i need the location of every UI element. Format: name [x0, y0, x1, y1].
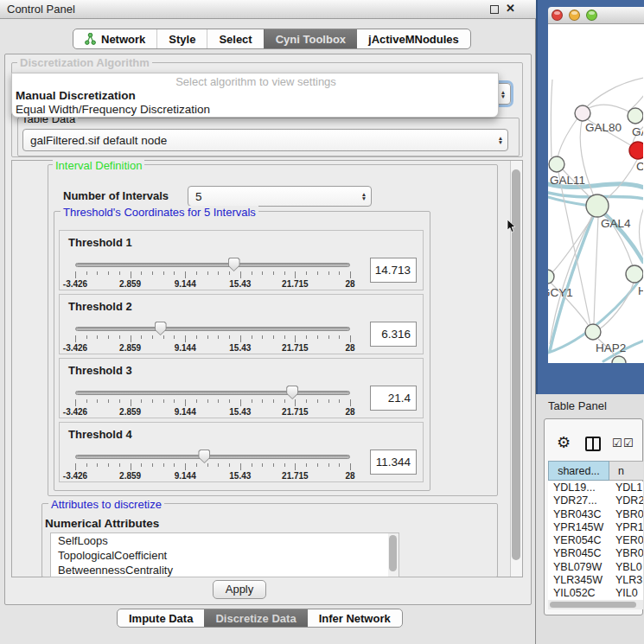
cell-shared-name[interactable]: YBR045C [548, 547, 609, 560]
threshold-slider-ticks [75, 335, 350, 343]
tab-label: jActiveMNodules [368, 33, 459, 46]
tab-label: Cyni Toolbox [276, 33, 346, 46]
threshold-slider-thumb[interactable] [228, 258, 240, 271]
algorithm-dropdown-popup: Select algorithm to view settings Manual… [11, 73, 499, 118]
top-tab-bar: Network Style Select Cyni Toolbox jActiv… [73, 29, 471, 49]
network-node[interactable] [585, 324, 601, 340]
cell-name[interactable]: YBR0 [609, 508, 643, 521]
cell-shared-name[interactable]: YLR345W [548, 574, 609, 587]
network-node[interactable] [629, 142, 644, 159]
table-row[interactable]: YBR043CYBR0 [548, 508, 643, 521]
threshold-slider-thumb[interactable] [198, 450, 210, 463]
network-node[interactable] [612, 356, 626, 370]
list-item[interactable]: TopologicalCoefficient [51, 548, 399, 563]
node-label: GA [632, 125, 644, 138]
cell-shared-name[interactable]: YER054C [548, 534, 609, 547]
threshold-value-field[interactable]: 11.344 [370, 450, 417, 475]
numerical-attributes-list[interactable]: SelfLoopsTopologicalCoefficientBetweenne… [50, 532, 399, 577]
tab-discretize-data[interactable]: Discretize Data [204, 609, 307, 627]
table-data-combobox[interactable]: galFiltered.sif default node ▲▼ [22, 129, 508, 151]
checkbox-icon[interactable]: ☑ [623, 437, 634, 450]
threshold-value-field[interactable]: 21.4 [370, 386, 417, 411]
column-header-name[interactable]: n [609, 461, 643, 481]
network-graph: GAL80GAL11GAL4GCY1HAP2GACH [536, 0, 644, 394]
control-panel-window: Control Panel ✕ Network Style Select [0, 0, 536, 644]
column-header-shared-name[interactable]: shared... [548, 461, 609, 481]
cell-shared-name[interactable]: YBL079W [548, 561, 609, 574]
table-row[interactable]: YDR27...YDR2 [548, 494, 643, 507]
list-item[interactable]: BetweennessCentrality [51, 563, 399, 577]
split-columns-icon[interactable] [585, 437, 601, 451]
network-node[interactable] [549, 156, 564, 172]
table-row[interactable]: YIL052CYIL0 [548, 587, 643, 600]
table-hscrollbar-thumb[interactable] [550, 602, 636, 608]
cell-name[interactable]: YBR0 [609, 547, 643, 560]
cell-name[interactable]: YBL0 [609, 561, 643, 574]
cell-name[interactable]: YDL1 [609, 481, 643, 494]
network-node[interactable] [626, 265, 643, 283]
tab-style[interactable]: Style [156, 29, 207, 48]
threshold-label: Threshold 1 [68, 236, 132, 249]
table-row[interactable]: YBL079WYBL0 [548, 561, 643, 574]
list-item[interactable]: SelfLoops [51, 533, 399, 548]
window-title: Control Panel [7, 3, 75, 16]
apply-button[interactable]: Apply [213, 580, 266, 599]
dropdown-prompt: Select algorithm to view settings [12, 75, 500, 88]
cell-name[interactable]: YIL0 [609, 587, 643, 600]
threshold-slider-thumb[interactable] [155, 322, 167, 335]
dropdown-option-equal-width-frequency[interactable]: Equal Width/Frequency Discretization [16, 103, 210, 116]
table-row[interactable]: YPR145WYPR1 [548, 521, 643, 534]
table-row[interactable]: YLR345WYLR3 [548, 574, 643, 587]
cell-name[interactable]: YPR1 [609, 521, 643, 534]
tab-impute-data[interactable]: Impute Data [118, 609, 204, 627]
threshold-slider-tick-labels: -3.4262.8599.14415.4321.71528 [75, 343, 350, 354]
table-row[interactable]: YER054CYER0 [548, 534, 643, 547]
gear-icon[interactable]: ⚙ [557, 433, 571, 452]
control-panel-titlebar: Control Panel ✕ [0, 0, 536, 19]
cell-shared-name[interactable]: YDR27... [548, 494, 609, 507]
dropdown-option-manual-discretization[interactable]: Manual Discretization [16, 89, 136, 102]
tab-select[interactable]: Select [207, 29, 263, 48]
attributes-list-scrollbar-thumb[interactable] [389, 535, 397, 571]
node-label: GAL11 [550, 174, 585, 187]
tab-label: Select [219, 33, 252, 46]
threshold-slider-track[interactable] [75, 455, 350, 459]
tab-infer-network[interactable]: Infer Network [308, 609, 402, 627]
number-of-intervals-combobox[interactable]: 5 ▲▼ [188, 186, 372, 207]
table-row[interactable]: YDL19...YDL1 [548, 481, 643, 494]
threshold-row: Threshold 2 -3.4262.8599.14415.4321.7152… [59, 294, 424, 354]
numerical-attributes-heading: Numerical Attributes [45, 517, 159, 530]
float-window-icon[interactable] [490, 5, 499, 14]
cell-name[interactable]: YER0 [609, 534, 643, 547]
combo-arrows-icon: ▲▼ [494, 136, 507, 144]
network-node[interactable] [575, 105, 590, 121]
node-label: C [636, 160, 644, 173]
number-of-intervals-label: Number of Intervals [63, 189, 169, 202]
close-icon[interactable]: ✕ [506, 2, 515, 15]
cell-name[interactable]: YLR3 [609, 574, 643, 587]
threshold-slider-track[interactable] [75, 327, 350, 331]
cell-shared-name[interactable]: YBR043C [548, 508, 609, 521]
node-label: GAL80 [585, 121, 622, 134]
threshold-slider-thumb[interactable] [286, 386, 298, 399]
network-node[interactable] [540, 270, 554, 284]
network-node[interactable] [586, 194, 609, 217]
cell-shared-name[interactable]: YIL052C [548, 587, 609, 600]
table-row[interactable]: YBR045CYBR0 [548, 547, 643, 560]
node-label: GAL4 [601, 217, 631, 230]
tab-jactivemnodules[interactable]: jActiveMNodules [357, 29, 470, 48]
cell-shared-name[interactable]: YDL19... [548, 481, 609, 494]
threshold-slider-track[interactable] [75, 391, 350, 395]
cell-name[interactable]: YDR2 [609, 494, 643, 507]
cell-shared-name[interactable]: YPR145W [548, 521, 609, 534]
threshold-value-field[interactable]: 14.713 [370, 258, 417, 283]
threshold-value-field[interactable]: 6.316 [370, 322, 417, 347]
tab-label: Discretize Data [215, 612, 296, 625]
network-node[interactable] [628, 108, 643, 124]
table-panel-title: Table Panel [548, 399, 607, 412]
tab-network[interactable]: Network [73, 29, 156, 48]
combo-arrows-icon: ▲▼ [357, 192, 371, 201]
threshold-slider-track[interactable] [75, 263, 350, 267]
tab-cyni-toolbox[interactable]: Cyni Toolbox [264, 29, 357, 48]
checkbox-icon[interactable]: ☑ [612, 437, 622, 450]
